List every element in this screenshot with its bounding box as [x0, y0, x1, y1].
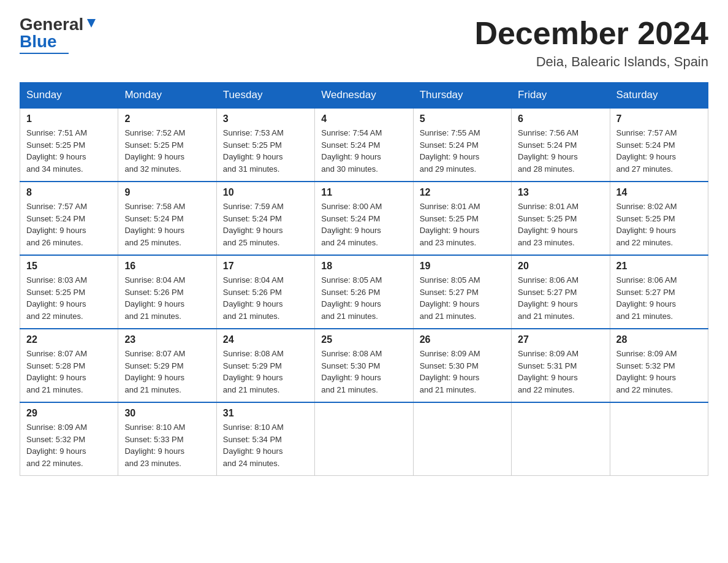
- day-of-week-header-monday: Monday: [118, 83, 216, 109]
- day-of-week-header-wednesday: Wednesday: [315, 83, 413, 109]
- calendar-cell: 4 Sunrise: 7:54 AMSunset: 5:24 PMDayligh…: [315, 108, 413, 182]
- day-number: 6: [518, 113, 603, 124]
- day-number: 5: [420, 113, 505, 124]
- day-info: Sunrise: 7:53 AMSunset: 5:25 PMDaylight:…: [223, 127, 308, 175]
- page-subtitle: Deia, Balearic Islands, Spain: [474, 54, 708, 70]
- day-of-week-header-sunday: Sunday: [20, 83, 118, 109]
- day-number: 4: [321, 113, 406, 124]
- day-number: 12: [420, 187, 505, 198]
- day-number: 13: [518, 187, 603, 198]
- week-row-1: 1 Sunrise: 7:51 AMSunset: 5:25 PMDayligh…: [20, 108, 708, 182]
- day-info: Sunrise: 8:08 AMSunset: 5:30 PMDaylight:…: [321, 348, 406, 396]
- day-number: 18: [321, 261, 406, 272]
- day-info: Sunrise: 8:06 AMSunset: 5:27 PMDaylight:…: [616, 274, 702, 322]
- day-info: Sunrise: 7:57 AMSunset: 5:24 PMDaylight:…: [616, 127, 702, 175]
- day-info: Sunrise: 7:57 AMSunset: 5:24 PMDaylight:…: [26, 201, 112, 248]
- calendar-cell: 21 Sunrise: 8:06 AMSunset: 5:27 PMDaylig…: [610, 255, 708, 329]
- day-info: Sunrise: 8:10 AMSunset: 5:34 PMDaylight:…: [223, 421, 308, 469]
- day-info: Sunrise: 7:55 AMSunset: 5:24 PMDaylight:…: [420, 127, 505, 175]
- day-info: Sunrise: 7:51 AMSunset: 5:25 PMDaylight:…: [26, 127, 112, 175]
- day-info: Sunrise: 8:09 AMSunset: 5:30 PMDaylight:…: [420, 348, 505, 396]
- day-number: 31: [223, 408, 308, 419]
- calendar-cell: 5 Sunrise: 7:55 AMSunset: 5:24 PMDayligh…: [413, 108, 511, 182]
- days-of-week-row: SundayMondayTuesdayWednesdayThursdayFrid…: [20, 83, 708, 109]
- logo-underline: [20, 53, 69, 54]
- week-row-3: 15 Sunrise: 8:03 AMSunset: 5:25 PMDaylig…: [20, 255, 708, 329]
- day-number: 22: [26, 334, 112, 345]
- day-number: 17: [223, 261, 308, 272]
- logo-arrow-icon: [85, 17, 98, 30]
- day-number: 23: [124, 334, 210, 345]
- day-info: Sunrise: 7:54 AMSunset: 5:24 PMDaylight:…: [321, 127, 406, 175]
- calendar-cell: 17 Sunrise: 8:04 AMSunset: 5:26 PMDaylig…: [216, 255, 314, 329]
- title-block: December 2024 Deia, Balearic Islands, Sp…: [474, 15, 708, 70]
- calendar-cell: 25 Sunrise: 8:08 AMSunset: 5:30 PMDaylig…: [315, 329, 413, 402]
- day-of-week-header-saturday: Saturday: [610, 83, 708, 109]
- day-number: 21: [616, 261, 702, 272]
- day-number: 30: [124, 408, 210, 419]
- calendar-cell: [413, 402, 511, 476]
- day-number: 14: [616, 187, 702, 198]
- day-info: Sunrise: 8:04 AMSunset: 5:26 PMDaylight:…: [124, 274, 210, 322]
- day-number: 2: [124, 113, 210, 124]
- calendar-cell: 29 Sunrise: 8:09 AMSunset: 5:32 PMDaylig…: [20, 402, 118, 476]
- calendar-cell: 3 Sunrise: 7:53 AMSunset: 5:25 PMDayligh…: [216, 108, 314, 182]
- day-info: Sunrise: 7:58 AMSunset: 5:24 PMDaylight:…: [124, 201, 210, 248]
- page-header: General Blue December 2024 Deia, Baleari…: [20, 15, 708, 70]
- day-number: 8: [26, 187, 112, 198]
- day-info: Sunrise: 8:05 AMSunset: 5:27 PMDaylight:…: [420, 274, 505, 322]
- calendar-cell: 9 Sunrise: 7:58 AMSunset: 5:24 PMDayligh…: [118, 182, 216, 255]
- calendar-cell: 15 Sunrise: 8:03 AMSunset: 5:25 PMDaylig…: [20, 255, 118, 329]
- calendar-cell: 12 Sunrise: 8:01 AMSunset: 5:25 PMDaylig…: [413, 182, 511, 255]
- calendar-cell: 20 Sunrise: 8:06 AMSunset: 5:27 PMDaylig…: [512, 255, 610, 329]
- day-info: Sunrise: 8:01 AMSunset: 5:25 PMDaylight:…: [420, 201, 505, 248]
- calendar-cell: [610, 402, 708, 476]
- calendar-header: SundayMondayTuesdayWednesdayThursdayFrid…: [20, 83, 708, 109]
- day-number: 25: [321, 334, 406, 345]
- calendar-cell: [315, 402, 413, 476]
- calendar-cell: 13 Sunrise: 8:01 AMSunset: 5:25 PMDaylig…: [512, 182, 610, 255]
- day-number: 20: [518, 261, 603, 272]
- day-info: Sunrise: 7:59 AMSunset: 5:24 PMDaylight:…: [223, 201, 308, 248]
- calendar-table: SundayMondayTuesdayWednesdayThursdayFrid…: [20, 82, 708, 476]
- calendar-cell: 31 Sunrise: 8:10 AMSunset: 5:34 PMDaylig…: [216, 402, 314, 476]
- day-info: Sunrise: 8:01 AMSunset: 5:25 PMDaylight:…: [518, 201, 603, 248]
- day-number: 11: [321, 187, 406, 198]
- day-number: 9: [124, 187, 210, 198]
- day-info: Sunrise: 8:08 AMSunset: 5:29 PMDaylight:…: [223, 348, 308, 396]
- day-info: Sunrise: 7:52 AMSunset: 5:25 PMDaylight:…: [124, 127, 210, 175]
- calendar-cell: 23 Sunrise: 8:07 AMSunset: 5:29 PMDaylig…: [118, 329, 216, 402]
- svg-marker-0: [87, 19, 96, 28]
- calendar-cell: 7 Sunrise: 7:57 AMSunset: 5:24 PMDayligh…: [610, 108, 708, 182]
- day-of-week-header-thursday: Thursday: [413, 83, 511, 109]
- day-info: Sunrise: 8:07 AMSunset: 5:28 PMDaylight:…: [26, 348, 112, 396]
- calendar-body: 1 Sunrise: 7:51 AMSunset: 5:25 PMDayligh…: [20, 108, 708, 476]
- calendar-cell: 24 Sunrise: 8:08 AMSunset: 5:29 PMDaylig…: [216, 329, 314, 402]
- day-info: Sunrise: 8:10 AMSunset: 5:33 PMDaylight:…: [124, 421, 210, 469]
- day-number: 28: [616, 334, 702, 345]
- day-of-week-header-tuesday: Tuesday: [216, 83, 314, 109]
- day-number: 24: [223, 334, 308, 345]
- calendar-cell: 30 Sunrise: 8:10 AMSunset: 5:33 PMDaylig…: [118, 402, 216, 476]
- day-number: 3: [223, 113, 308, 124]
- calendar-cell: 10 Sunrise: 7:59 AMSunset: 5:24 PMDaylig…: [216, 182, 314, 255]
- week-row-5: 29 Sunrise: 8:09 AMSunset: 5:32 PMDaylig…: [20, 402, 708, 476]
- day-info: Sunrise: 8:06 AMSunset: 5:27 PMDaylight:…: [518, 274, 603, 322]
- day-number: 10: [223, 187, 308, 198]
- day-info: Sunrise: 8:07 AMSunset: 5:29 PMDaylight:…: [124, 348, 210, 396]
- day-info: Sunrise: 8:00 AMSunset: 5:24 PMDaylight:…: [321, 201, 406, 248]
- calendar-cell: 1 Sunrise: 7:51 AMSunset: 5:25 PMDayligh…: [20, 108, 118, 182]
- calendar-cell: 16 Sunrise: 8:04 AMSunset: 5:26 PMDaylig…: [118, 255, 216, 329]
- calendar-cell: 26 Sunrise: 8:09 AMSunset: 5:30 PMDaylig…: [413, 329, 511, 402]
- day-number: 19: [420, 261, 505, 272]
- day-number: 27: [518, 334, 603, 345]
- day-info: Sunrise: 8:09 AMSunset: 5:31 PMDaylight:…: [518, 348, 603, 396]
- day-number: 1: [26, 113, 112, 124]
- calendar-cell: 18 Sunrise: 8:05 AMSunset: 5:26 PMDaylig…: [315, 255, 413, 329]
- week-row-2: 8 Sunrise: 7:57 AMSunset: 5:24 PMDayligh…: [20, 182, 708, 255]
- day-number: 29: [26, 408, 112, 419]
- day-info: Sunrise: 8:09 AMSunset: 5:32 PMDaylight:…: [26, 421, 112, 469]
- day-number: 15: [26, 261, 112, 272]
- logo: General Blue: [20, 15, 98, 54]
- calendar-cell: 8 Sunrise: 7:57 AMSunset: 5:24 PMDayligh…: [20, 182, 118, 255]
